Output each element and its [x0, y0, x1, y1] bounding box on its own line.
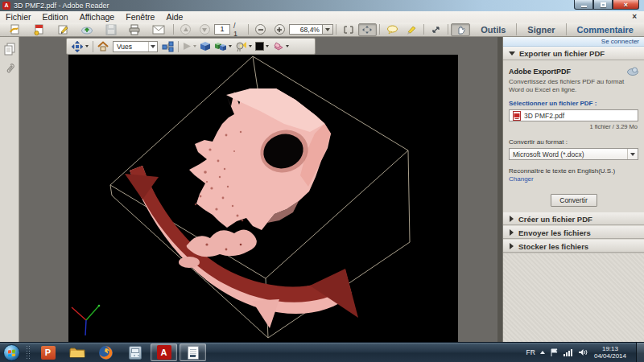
zoom-level-input[interactable]: 68,4%	[289, 24, 323, 35]
menu-aide[interactable]: Aide	[160, 11, 188, 23]
create-pdf-section-header[interactable]: Créer un fichier PDF	[503, 212, 644, 225]
format-dropdown-arrow[interactable]	[627, 149, 638, 159]
document-close-icon[interactable]: ×	[632, 12, 637, 22]
toolbar-separator	[336, 24, 336, 35]
3d-default-view-button[interactable]	[96, 39, 110, 53]
zoom-dropdown-button[interactable]	[323, 24, 333, 35]
toolbar-separator	[423, 24, 424, 35]
action-center-flag-icon[interactable]	[550, 348, 559, 357]
views-dropdown-arrow[interactable]	[148, 42, 157, 51]
store-files-section-header[interactable]: Stocker les fichiers	[503, 240, 644, 253]
taskbar-adobe-reader-button[interactable]: A	[151, 343, 177, 361]
ocr-language-label: Reconnaître le texte en English(U.S.)	[509, 167, 638, 175]
background-color-swatch-icon	[255, 42, 264, 51]
page-number-input[interactable]: 1	[214, 24, 230, 35]
send-files-section-label: Envoyer les fichiers	[518, 228, 591, 237]
create-pdf-icon	[33, 24, 45, 35]
render-mode-cubes-icon	[214, 41, 227, 51]
taskbar-firefox-button[interactable]	[93, 343, 119, 361]
page-thumbnails-button[interactable]	[3, 42, 16, 56]
views-dropdown-value: Vues	[114, 43, 148, 51]
3d-rotate-tool-button[interactable]	[69, 39, 90, 53]
fit-page-button[interactable]	[358, 23, 378, 36]
taskbar-explorer-button[interactable]	[64, 343, 90, 361]
maximize-button[interactable]	[593, 0, 613, 10]
z-axis-icon	[85, 320, 86, 335]
chevron-down-icon	[229, 45, 232, 47]
attachments-button[interactable]	[3, 61, 16, 76]
create-pdf-button[interactable]	[27, 23, 52, 36]
change-language-link[interactable]: Changer	[509, 175, 638, 183]
3d-axis-triad	[72, 305, 100, 335]
selected-file-box[interactable]: 3D PMF2.pdf	[509, 109, 638, 121]
comment-panel-button[interactable]: Commentaire	[567, 25, 644, 35]
minimize-button[interactable]	[574, 0, 593, 10]
3d-viewport[interactable]	[68, 55, 458, 342]
tools-panel-button[interactable]: Outils	[470, 25, 516, 35]
menu-fenetre[interactable]: Fenêtre	[120, 11, 160, 23]
taskbar-grip-handle[interactable]	[26, 345, 30, 360]
hidden-icons-chevron-icon[interactable]	[540, 351, 545, 354]
taskbar-calculator-button[interactable]	[122, 343, 148, 361]
send-files-section-header[interactable]: Envoyer les fichiers	[503, 226, 644, 239]
sign-panel-button[interactable]: Signer	[517, 25, 565, 35]
menu-affichage[interactable]: Affichage	[74, 11, 121, 23]
chevron-down-icon	[193, 45, 196, 47]
email-button[interactable]	[147, 23, 171, 36]
open-file-button[interactable]	[3, 23, 27, 36]
full-screen-button[interactable]	[427, 23, 446, 36]
start-button[interactable]	[3, 344, 20, 361]
cloud-upload-icon	[80, 24, 93, 35]
cloud-upload-button[interactable]	[75, 23, 99, 36]
taskbar: P A FR 19:13 04/04/2014	[0, 342, 644, 362]
3d-cross-section-button[interactable]	[270, 39, 291, 53]
3d-views-dropdown[interactable]: Vues	[113, 41, 158, 52]
chevron-down-icon	[325, 28, 330, 31]
3d-model-canvas[interactable]	[68, 55, 458, 342]
menu-edition[interactable]: Edition	[37, 11, 74, 23]
previous-page-button[interactable]	[176, 23, 196, 36]
sign-edit-button[interactable]	[51, 23, 75, 36]
chevron-down-icon	[85, 45, 89, 47]
language-indicator[interactable]: FR	[526, 348, 535, 356]
close-button[interactable]: ×	[613, 0, 639, 10]
3d-background-color-button[interactable]	[254, 39, 270, 53]
clock[interactable]: 19:13 04/04/2014	[594, 345, 626, 360]
3d-model-tree-button[interactable]	[160, 39, 175, 53]
sign-in-link[interactable]: Se connecter	[601, 38, 639, 45]
page-total-label: / 1	[233, 22, 242, 38]
volume-icon[interactable]	[578, 348, 588, 356]
fit-width-button[interactable]	[339, 23, 358, 36]
export-pdf-content: Adobe ExportPDF Convertissez des fichier…	[503, 60, 644, 212]
network-signal-icon[interactable]	[564, 348, 573, 356]
close-icon: ×	[624, 1, 628, 9]
menu-fichier[interactable]: Fichier	[0, 11, 37, 23]
3d-lighting-button[interactable]	[233, 39, 254, 53]
panel-divider[interactable]	[497, 37, 503, 342]
navigation-pane-strip	[0, 37, 19, 342]
arrow-up-icon	[183, 27, 189, 33]
chevron-down-icon	[286, 45, 289, 47]
format-dropdown[interactable]: Microsoft Word (*.docx)	[509, 148, 638, 160]
expand-arrow-icon	[510, 229, 514, 236]
panel-empty-area	[503, 253, 644, 342]
taskbar-powerpoint-button[interactable]: P	[35, 343, 61, 361]
print-button[interactable]	[122, 23, 147, 36]
export-pdf-header[interactable]: Exporter un fichier PDF	[503, 47, 644, 60]
zoom-out-button[interactable]	[251, 23, 270, 36]
titlebar: A 3D PMF2.pdf - Adobe Reader ×	[0, 0, 644, 11]
comment-bubble-button[interactable]	[382, 23, 402, 36]
zoom-in-button[interactable]	[270, 23, 290, 36]
3d-render-mode-button[interactable]	[213, 39, 233, 53]
collapse-arrow-icon	[509, 51, 515, 56]
save-button[interactable]	[99, 23, 123, 36]
3d-play-animation-button[interactable]	[181, 39, 198, 53]
lamp-icon	[235, 41, 247, 52]
next-page-button[interactable]	[195, 23, 214, 36]
hand-tool-button[interactable]	[451, 23, 470, 36]
convert-button[interactable]: Convertir	[551, 194, 597, 207]
3d-use-perspective-button[interactable]	[198, 39, 213, 53]
show-desktop-button[interactable]	[636, 343, 644, 362]
taskbar-document-app-button[interactable]	[180, 343, 206, 361]
highlight-button[interactable]	[402, 23, 421, 36]
